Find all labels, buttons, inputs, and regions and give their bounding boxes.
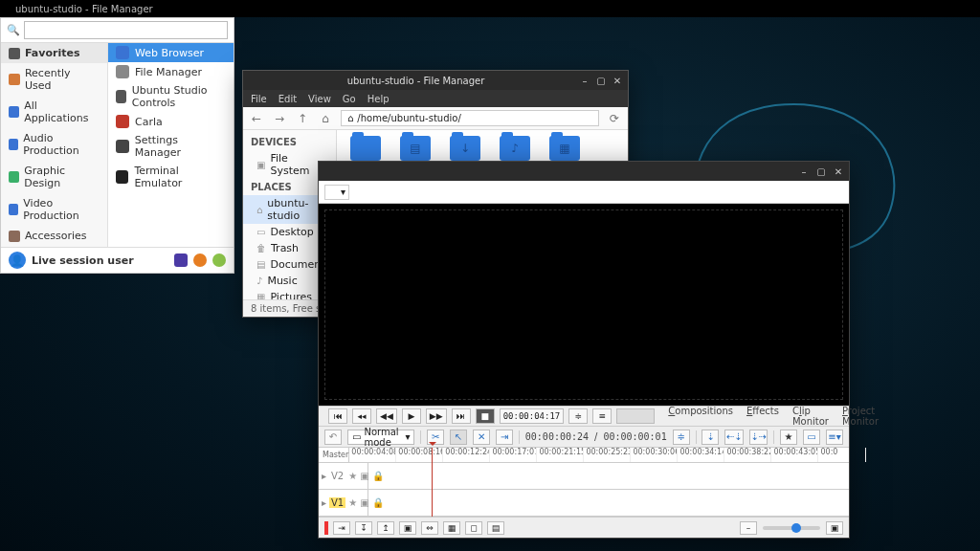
close-button[interactable]: ✕	[611, 74, 624, 87]
fm-menu-file[interactable]: File	[251, 94, 267, 104]
close-button[interactable]: ✕	[832, 165, 845, 178]
dropdown-icon[interactable]: ▾	[324, 185, 349, 200]
ve-toolstrip: ↶ ▭Normal mode▾ ✂ ↖ ✕ ⇥ 00:00:00:24 / 00…	[319, 427, 849, 448]
tc-duration[interactable]: 00:00:00:01	[603, 431, 666, 442]
playhead[interactable]	[432, 448, 433, 517]
zoom-slider[interactable]	[763, 526, 820, 530]
fm-menu-edit[interactable]: Edit	[278, 94, 297, 104]
tool-snap-icon[interactable]: ✕	[473, 430, 490, 445]
tab-effects[interactable]: Effects	[746, 406, 779, 427]
track-collapse-icon[interactable]: ▸	[322, 471, 326, 481]
play-button[interactable]: ▶	[402, 408, 421, 424]
tool-spacer-icon[interactable]: ⇥	[496, 430, 513, 445]
nav-forward-button[interactable]: →	[272, 111, 287, 126]
timeline-ruler[interactable]: Master 00:00:04:0800:00:08:1600:00:12:24…	[319, 448, 849, 463]
menu-app[interactable]: Terminal Emulator	[108, 162, 234, 192]
bb-settings-icon[interactable]: ▤	[487, 521, 504, 535]
ve-bottombar: ⇥ ↧ ↥ ▣ ⇔ ▦ ◻ ▤ – ▣	[319, 517, 849, 538]
goto-end-button[interactable]: ⏭	[452, 408, 471, 424]
path-bar[interactable]: ⌂ /home/ubuntu-studio/	[341, 110, 599, 126]
menu-category[interactable]: Recently Used	[1, 63, 107, 96]
favorite-icon[interactable]: ★	[780, 430, 797, 445]
ruler-tick: 00:0	[818, 448, 865, 462]
ve-titlebar[interactable]: – ▢ ✕	[319, 162, 849, 181]
transport-timecode[interactable]: 00:00:04:17	[500, 408, 565, 424]
menu-category[interactable]: Graphic Design	[1, 161, 107, 193]
fm-titlebar[interactable]: ubuntu-studio - File Manager – ▢ ✕	[243, 71, 628, 90]
track-lane[interactable]	[368, 490, 849, 516]
rewind-button[interactable]: ◀◀	[376, 408, 397, 424]
refresh-button[interactable]: ⟳	[607, 111, 622, 126]
minimize-button[interactable]: –	[578, 74, 591, 87]
monitor-viewer[interactable]	[319, 204, 849, 406]
footer-action-3[interactable]	[212, 253, 226, 267]
menu-category[interactable]: Audio Production	[1, 128, 107, 161]
track-collapse-icon[interactable]: ▸	[322, 497, 326, 508]
fm-menu-view[interactable]: View	[308, 94, 331, 104]
timeline-track[interactable]: ▸V2★▣🔒	[319, 463, 849, 490]
bb-maximize-icon[interactable]: ◻	[465, 521, 482, 535]
fm-menu-help[interactable]: Help	[368, 94, 390, 104]
app-icon	[116, 115, 129, 128]
step-back-button[interactable]: ◂◂	[352, 408, 371, 424]
tab-project-monitor[interactable]: Project Monitor	[842, 406, 879, 427]
menu-search-input[interactable]	[24, 21, 228, 39]
marker-next-icon[interactable]: ⇣⇢	[749, 430, 768, 445]
footer-action-2[interactable]	[193, 253, 207, 267]
track-lane[interactable]	[368, 463, 849, 489]
zoom-in-button[interactable]: ▣	[826, 521, 843, 535]
marker-add-icon[interactable]: ⇣	[702, 430, 719, 445]
bb-fit-icon[interactable]: ⇔	[421, 521, 438, 535]
history-back-icon[interactable]: ↶	[324, 430, 342, 445]
fm-title: ubuntu-studio - File Manager	[256, 76, 575, 86]
mode-select[interactable]: ▭Normal mode▾	[347, 430, 414, 445]
track-visible-icon[interactable]: ★	[348, 497, 357, 508]
track-header[interactable]: ▸V1★▣🔒	[319, 490, 368, 516]
menu-category[interactable]: All Applications	[1, 96, 107, 128]
tc-stepper-icon[interactable]: ≑	[568, 408, 588, 424]
tab-compositions[interactable]: CCompositionsompositions	[668, 406, 733, 427]
tc-position[interactable]: 00:00:00:24	[525, 431, 589, 442]
pointer-icon: ▭	[352, 431, 361, 442]
menu-category[interactable]: Accessories	[1, 226, 107, 246]
stop-button[interactable]: ■	[476, 408, 495, 424]
menu-category[interactable]: Favorites	[1, 43, 107, 63]
marker-prev-icon[interactable]: ⇠⇣	[724, 430, 743, 445]
bb-extract-icon[interactable]: ▣	[399, 521, 416, 535]
bb-insert-icon[interactable]: ⇥	[333, 521, 350, 535]
menu-app[interactable]: Ubuntu Studio Controls	[108, 81, 234, 112]
tc-step-icon[interactable]: ≑	[673, 430, 690, 445]
track-header[interactable]: ▸V2★▣🔒	[319, 463, 368, 489]
menu-app[interactable]: Web Browser	[108, 43, 234, 62]
track-config-icon[interactable]: ▭	[803, 430, 820, 445]
fast-forward-button[interactable]: ▶▶	[426, 408, 447, 424]
more-menu-icon[interactable]: ≡▾	[826, 430, 843, 445]
nav-back-button[interactable]: ←	[249, 111, 264, 126]
bb-lift-icon[interactable]: ↥	[377, 521, 394, 535]
bb-overwrite-icon[interactable]: ↧	[355, 521, 372, 535]
nav-home-button[interactable]: ⌂	[318, 111, 333, 126]
maximize-button[interactable]: ▢	[814, 165, 828, 178]
minimize-button[interactable]: –	[797, 165, 811, 178]
fm-menu-go[interactable]: Go	[343, 94, 356, 104]
bb-grid-icon[interactable]: ▦	[443, 521, 460, 535]
options-menu-icon[interactable]: ≡	[592, 408, 612, 424]
nav-up-button[interactable]: ↑	[295, 111, 310, 126]
goto-start-button[interactable]: ⏮	[328, 408, 347, 424]
menu-footer: 👤 Live session user	[1, 247, 234, 273]
footer-action-1[interactable]	[174, 253, 188, 267]
fm-toolbar: ← → ↑ ⌂ ⌂ /home/ubuntu-studio/ ⟳	[243, 107, 628, 130]
menu-app[interactable]: Carla	[108, 112, 234, 131]
menu-app[interactable]: File Manager	[108, 62, 234, 81]
place-icon: ▦	[256, 292, 265, 299]
maximize-button[interactable]: ▢	[594, 74, 608, 87]
tool-select-icon[interactable]: ↖	[450, 430, 467, 445]
track-visible-icon[interactable]: ★	[348, 471, 357, 481]
taskbar-item[interactable]: ubuntu-studio - File Manager	[15, 4, 153, 14]
timeline-track[interactable]: ▸V1★▣🔒	[319, 490, 849, 517]
tab-clip-monitor[interactable]: Clip Monitor	[792, 406, 829, 427]
zoom-out-button[interactable]: –	[740, 521, 757, 535]
mini-scrub[interactable]	[616, 408, 655, 424]
menu-category[interactable]: Video Production	[1, 193, 107, 226]
menu-app[interactable]: Settings Manager	[108, 131, 234, 162]
